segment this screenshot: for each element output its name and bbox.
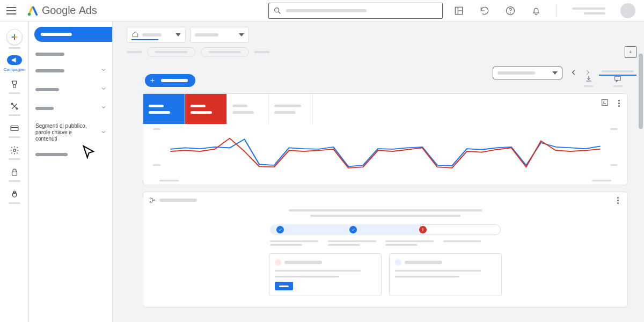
card-heading [218,209,552,217]
card-menu-button[interactable] [613,197,622,204]
recommendation-item-1[interactable] [269,253,382,296]
rail-billing[interactable] [3,119,26,140]
recommendation-item-2[interactable] [389,253,502,296]
card-menu-button[interactable] [614,98,623,108]
svg-point-16 [13,149,16,152]
expand-chart-button[interactable] [601,98,609,108]
breadcrumb-chips [113,46,644,62]
line-chart [150,127,621,175]
ads-logo-icon [27,5,39,17]
notifications-icon[interactable] [531,5,541,16]
step-1-ok [276,226,284,233]
recommendation-card: ! [143,192,628,308]
nav-audiences[interactable]: Segmenti di pubblico, parole chiave e co… [34,118,109,148]
svg-line-2 [279,12,280,13]
rail-bug[interactable] [3,185,26,206]
svg-point-25 [150,197,151,199]
megaphone-icon [7,55,22,65]
product-logo: Google Ads [27,4,97,17]
scope-selectors [113,21,644,46]
save-view-button[interactable] [625,46,636,58]
trophy-icon [9,78,20,90]
nav-item-6[interactable] [34,148,109,162]
home-icon [131,31,139,40]
app-header: Google Ads [0,0,644,21]
nav-item-1[interactable] [34,47,109,61]
rail-tools[interactable] [3,97,26,118]
tools-icon [9,100,20,112]
product-name: Google Ads [42,4,97,17]
metric-tab-4[interactable] [269,94,313,124]
rail-campaigns-label: Campagne [4,67,25,72]
svg-point-7 [510,13,511,13]
info-icon [395,259,401,266]
caret-down-icon [175,32,181,38]
metric-tab-1[interactable] [143,94,185,124]
date-nav [493,67,636,79]
svg-rect-24 [602,100,608,106]
performance-chart-card [143,93,628,185]
divider [557,4,557,17]
rail-goals[interactable] [3,75,26,96]
plus-icon [6,29,23,45]
secondary-nav: Segmenti di pubblico, parole chiave e co… [29,21,113,322]
svg-point-1 [275,8,279,12]
avatar[interactable] [620,3,635,18]
caret-down-icon [552,70,558,76]
view-tab[interactable] [599,70,636,76]
refresh-icon[interactable] [479,5,490,16]
reports-icon[interactable] [453,5,464,16]
rail-campaigns[interactable]: Campagne [3,52,26,74]
warn-icon [275,259,281,266]
next-period-button[interactable] [584,69,591,78]
scrollbar[interactable] [639,54,643,129]
svg-point-0 [28,12,31,15]
chevron-down-icon [100,67,107,75]
account-label[interactable] [572,8,605,14]
step-2-ok [349,226,357,233]
header-actions [453,0,635,21]
tree-icon [149,196,156,204]
rail-admin[interactable] [3,141,26,162]
nav-item-2[interactable] [34,61,109,80]
metric-tabs [143,94,627,124]
caret-down-icon [239,32,244,38]
progress-stepper: ! [270,224,501,235]
global-search[interactable] [268,3,443,19]
main-content: ! [113,21,644,322]
svg-point-27 [153,200,155,201]
step-3-error: ! [419,226,427,233]
account-selector[interactable] [127,27,186,43]
filter-chip[interactable] [147,47,195,57]
nav-item-3[interactable] [34,80,109,99]
campaign-selector[interactable] [190,27,249,43]
create-button[interactable] [3,26,26,51]
rail-security[interactable] [3,163,26,184]
prev-period-button[interactable] [570,69,577,78]
apply-button[interactable] [275,282,293,290]
new-campaign-button[interactable] [145,74,195,87]
chevron-down-icon [100,104,107,112]
gear-icon [9,144,20,156]
filter-chip[interactable] [201,47,249,57]
search-icon [273,6,282,15]
lock-icon [9,166,20,178]
step-labels [270,240,501,246]
card-icon [9,122,20,134]
chevron-down-icon [100,85,107,93]
chevron-down-icon [100,129,107,137]
svg-point-18 [12,192,17,197]
metric-tab-2[interactable] [185,94,227,124]
svg-rect-17 [12,172,17,175]
date-range-picker[interactable] [493,67,562,79]
bug-icon [9,188,20,200]
metric-tab-3[interactable] [227,94,269,124]
main-menu-button[interactable] [6,4,19,17]
card-title [149,196,197,204]
plus-icon [148,76,157,85]
svg-point-26 [150,201,151,202]
nav-item-4[interactable] [34,99,109,118]
help-icon[interactable] [505,5,516,16]
nav-overview[interactable] [34,27,112,42]
svg-rect-14 [11,126,18,131]
